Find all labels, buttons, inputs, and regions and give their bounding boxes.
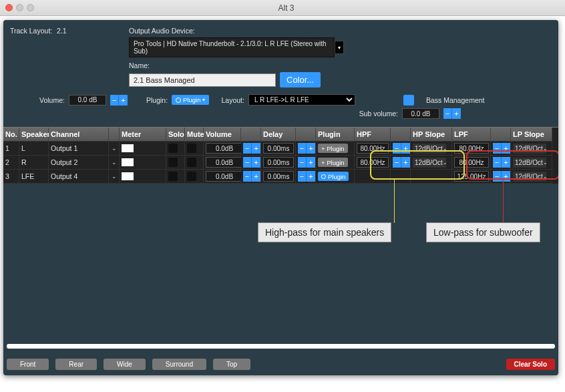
close-icon[interactable] (5, 4, 13, 11)
layout-select[interactable]: L R LFE->L R LFE (248, 94, 355, 106)
rear-button[interactable]: Rear (55, 359, 97, 370)
meter-box (120, 156, 166, 170)
volume-cell[interactable] (204, 142, 241, 156)
hp-slope-cell (411, 170, 452, 184)
lpf-cell[interactable] (452, 142, 491, 156)
horizontal-scrollbar[interactable] (7, 344, 555, 349)
delay-cell[interactable] (261, 170, 296, 184)
hp-slope-cell[interactable]: 12dB/Oct ⌄ (411, 156, 452, 170)
delay-cell[interactable] (261, 156, 296, 170)
titlebar: Alt 3 (0, 0, 565, 16)
volume-stepper[interactable]: −+ (241, 156, 261, 170)
surround-button[interactable]: Surround (152, 359, 206, 370)
sub-volume-field[interactable] (402, 108, 439, 119)
plugin-cell[interactable]: Plugin (316, 170, 355, 184)
column-header: HP Slope (411, 128, 452, 142)
delay-cell[interactable] (261, 142, 296, 156)
output-device-dropdown[interactable]: ▾ (335, 41, 344, 54)
volume-stepper[interactable]: −+ (241, 170, 261, 184)
hpf-cell[interactable] (355, 142, 391, 156)
row-speaker: LFE (19, 170, 49, 184)
name-field[interactable] (129, 73, 276, 87)
channel-dropdown[interactable]: ⌄ (109, 142, 120, 156)
lpf-stepper[interactable]: −+ (491, 156, 511, 170)
bass-management-checkbox[interactable] (403, 95, 414, 106)
delay-stepper[interactable]: −+ (296, 142, 316, 156)
annotation-lp: Low-pass for subwoofer (426, 222, 540, 242)
column-header: No. (3, 128, 19, 142)
column-header: Solo (166, 128, 185, 142)
volume-label: Volume: (39, 96, 65, 104)
mute-checkbox[interactable] (185, 170, 204, 184)
solo-checkbox[interactable] (166, 142, 185, 156)
column-header: Channel (49, 128, 109, 142)
output-device-value[interactable]: Pro Tools | HD Native Thunderbolt - 2.1/… (129, 37, 335, 57)
solo-checkbox[interactable] (166, 170, 185, 184)
lpf-cell[interactable] (452, 170, 491, 184)
wide-button[interactable]: Wide (104, 359, 146, 370)
channel-dropdown[interactable]: ⌄ (109, 156, 120, 170)
hpf-cell[interactable] (355, 156, 391, 170)
volume-stepper[interactable]: −+ (241, 142, 261, 156)
color-button[interactable]: Color... (280, 72, 321, 87)
volume-cell[interactable] (204, 156, 241, 170)
lp-slope-cell[interactable]: 12dB/Oct ⌄ (511, 142, 552, 156)
volume-field[interactable] (69, 95, 106, 106)
output-device-label: Output Audio Device: (129, 27, 195, 35)
column-header: Mute (185, 128, 204, 142)
layout-label: Layout: (221, 96, 244, 104)
column-header: LPF (452, 128, 491, 142)
annotation-line-hp (394, 180, 395, 223)
volume-cell[interactable] (204, 170, 241, 184)
row-speaker: L (19, 142, 49, 156)
window-title: Alt 3 (34, 3, 565, 13)
lpf-cell[interactable] (452, 156, 491, 170)
column-header: Plugin (316, 128, 355, 142)
row-channel: Output 4 (49, 170, 109, 184)
meter-box (120, 170, 166, 184)
delay-stepper[interactable]: −+ (296, 170, 316, 184)
hpf-cell (355, 170, 391, 184)
volume-stepper[interactable]: −+ (110, 95, 128, 106)
clear-solo-button[interactable]: Clear Solo (506, 359, 555, 370)
lp-slope-cell[interactable]: 12dB/Oct ⌄ (511, 156, 552, 170)
column-header (491, 128, 511, 142)
column-header: Delay (261, 128, 296, 142)
annotation-line-lp (503, 180, 504, 223)
sub-volume-label: Sub volume: (359, 110, 398, 118)
mute-checkbox[interactable] (185, 142, 204, 156)
delay-stepper[interactable]: −+ (296, 156, 316, 170)
top-button[interactable]: Top (213, 359, 250, 370)
sub-volume-stepper[interactable]: −+ (443, 108, 461, 119)
row-speaker: R (19, 156, 49, 170)
column-header: Meter (120, 128, 166, 142)
name-label: Name: (129, 61, 150, 69)
column-header: Speaker (19, 128, 49, 142)
plugin-cell[interactable]: + Plugin (316, 142, 355, 156)
lpf-stepper[interactable]: −+ (491, 170, 511, 184)
solo-checkbox[interactable] (166, 156, 185, 170)
column-header: LP Slope (511, 128, 552, 142)
track-layout-label: Track Layout: (10, 27, 57, 35)
hpf-stepper[interactable]: −+ (391, 156, 411, 170)
channel-dropdown[interactable]: ⌄ (109, 170, 120, 184)
front-button[interactable]: Front (7, 359, 49, 370)
row-no: 2 (3, 156, 19, 170)
hpf-stepper[interactable]: −+ (391, 142, 411, 156)
lpf-stepper[interactable]: −+ (491, 142, 511, 156)
row-channel: Output 2 (49, 156, 109, 170)
plugin-cell[interactable]: + Plugin (316, 156, 355, 170)
zoom-icon (27, 4, 34, 11)
row-no: 3 (3, 170, 19, 184)
lp-slope-cell[interactable]: 12dB/Oct ⌄ (511, 170, 552, 184)
annotation-hp: High-pass for main speakers (258, 222, 391, 242)
column-header (241, 128, 261, 142)
row-channel: Output 1 (49, 142, 109, 156)
channel-grid: No.SpeakerChannelMeterSoloMuteVolumeDela… (3, 127, 558, 184)
mute-checkbox[interactable] (185, 156, 204, 170)
hp-slope-cell[interactable]: 12dB/Oct ⌄ (411, 142, 452, 156)
bass-management-label: Bass Management (426, 96, 485, 104)
column-header: Volume (204, 128, 241, 142)
meter-box (120, 142, 166, 156)
plugin-button[interactable]: Plugin ▾ (172, 95, 209, 105)
